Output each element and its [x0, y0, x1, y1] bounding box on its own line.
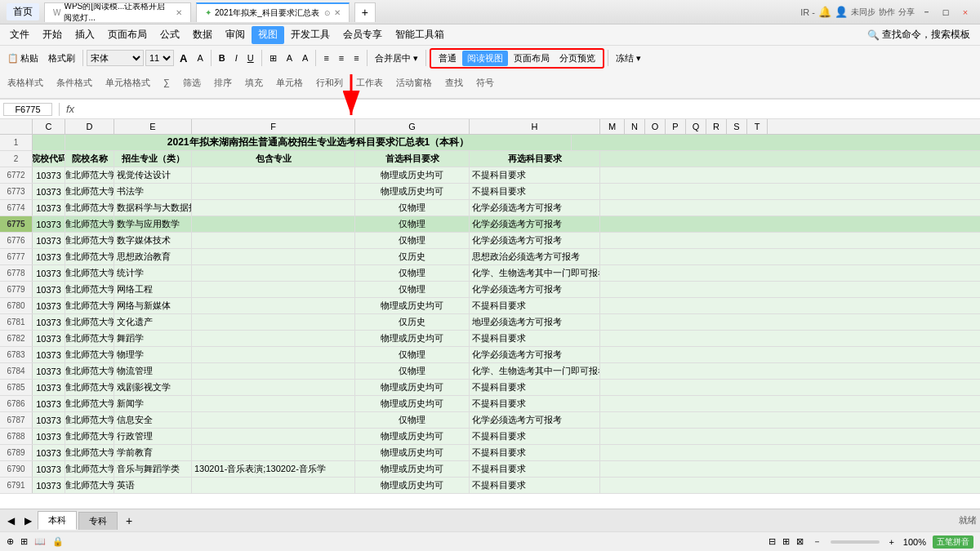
cell-code[interactable]: 10373 — [33, 184, 65, 199]
cell-major[interactable]: 数据科学与大数据技术 — [114, 200, 192, 216]
zoom-in-btn[interactable]: + — [886, 537, 896, 547]
cell-first[interactable]: 物理或历史均可 — [355, 396, 470, 411]
cell-second[interactable]: 化学必须选考方可报考 — [470, 412, 600, 428]
cell-second[interactable]: 化学必须选考方可报考 — [470, 282, 600, 297]
cell-code[interactable]: 10373 — [33, 363, 65, 379]
cell-major[interactable]: 戏剧影视文学 — [114, 380, 192, 395]
menu-insert[interactable]: 插入 — [69, 26, 101, 44]
cell-code[interactable]: 10373 — [33, 200, 65, 216]
cell-major[interactable]: 文化遗产 — [114, 314, 192, 330]
cell-school[interactable]: 淮北师范大学 — [65, 184, 114, 199]
notification-icon[interactable]: 🔔 — [818, 6, 831, 18]
cell-second[interactable]: 地理必须选考方可报考 — [470, 314, 600, 330]
cell-first[interactable]: 物理或历史均可 — [355, 461, 470, 477]
cell-major[interactable]: 新闻学 — [114, 396, 192, 411]
paste-btn[interactable]: 📋 粘贴 — [3, 51, 42, 66]
cell-major[interactable]: 英语 — [114, 478, 192, 493]
cell-major[interactable]: 统计学 — [114, 265, 192, 281]
cell-school[interactable]: 淮北师范大学 — [65, 429, 114, 444]
cell-first[interactable]: 仅历史 — [355, 314, 470, 330]
menu-data[interactable]: 数据 — [186, 26, 219, 44]
cell-code[interactable]: 10373 — [33, 412, 65, 428]
cell-code[interactable]: 10373 — [33, 265, 65, 281]
cell-school[interactable]: 淮北师范大学 — [65, 233, 114, 248]
cell-first[interactable]: 物理或历史均可 — [355, 478, 470, 493]
menu-file[interactable]: 文件 — [3, 26, 36, 44]
data-area[interactable]: 1 2021年拟来湖南招生普通高校招生专业选考科目要求汇总表1（本科） 2 院校… — [0, 135, 980, 509]
cell-school[interactable]: 淮北师范大学 — [65, 282, 114, 297]
maximize-button[interactable]: □ — [938, 4, 954, 20]
menu-dev-tools[interactable]: 开发工具 — [284, 26, 336, 44]
symbol-btn[interactable]: 符号 — [472, 75, 498, 91]
sort-btn[interactable]: 排序 — [210, 75, 236, 91]
cell-first[interactable]: 物理或历史均可 — [355, 298, 470, 313]
page-break-status[interactable]: ⊠ — [796, 536, 804, 547]
font-size-select[interactable]: 11 — [145, 50, 174, 66]
cell-code[interactable]: 10373 — [33, 396, 65, 411]
cell-school[interactable]: 淮北师范大学 — [65, 265, 114, 281]
cell-major[interactable]: 网络工程 — [114, 282, 192, 297]
cell-sub-major[interactable] — [192, 167, 355, 183]
menu-smart-tools[interactable]: 智能工具箱 — [389, 26, 451, 44]
cell-second[interactable]: 不提科目要求 — [470, 461, 600, 477]
sum-btn[interactable]: ∑ — [159, 76, 174, 89]
cell-major[interactable]: 物理学 — [114, 347, 192, 362]
font-color-btn[interactable]: A — [298, 51, 312, 64]
cell-sub-major[interactable] — [192, 282, 355, 297]
cell-sub-major[interactable] — [192, 233, 355, 248]
cell-sub-major[interactable] — [192, 331, 355, 346]
zoom-out-btn[interactable]: － — [810, 535, 824, 548]
cell-sub-major[interactable] — [192, 396, 355, 411]
find-btn[interactable]: 查找 — [441, 75, 467, 91]
menu-review[interactable]: 审阅 — [219, 26, 252, 44]
cell-first[interactable]: 物理或历史均可 — [355, 331, 470, 346]
menu-search[interactable]: 🔍 查找命令，搜索模板 — [861, 26, 977, 44]
cell-school[interactable]: 淮北师范大学 — [65, 200, 114, 216]
cell-second[interactable]: 不提科目要求 — [470, 478, 600, 493]
cell-second[interactable]: 化学必须选考方可报考 — [470, 216, 600, 232]
cell-first[interactable]: 物理或历史均可 — [355, 167, 470, 183]
page-break-btn[interactable]: 分页预览 — [555, 51, 599, 66]
cell-sub-major[interactable]: 130201-音乐表演;130202-音乐学 — [192, 461, 355, 477]
cell-sub-major[interactable] — [192, 347, 355, 362]
cell-school[interactable]: 淮北师范大学 — [65, 216, 114, 232]
cell-sub-major[interactable] — [192, 200, 355, 216]
align-left-btn[interactable]: ≡ — [319, 51, 332, 64]
col-header-g[interactable]: G — [355, 119, 470, 134]
cell-second[interactable]: 不提科目要求 — [470, 445, 600, 460]
col-header-q[interactable]: Q — [686, 119, 706, 134]
cell-school[interactable]: 淮北师范大学 — [65, 249, 114, 264]
cell-second[interactable]: 不提科目要求 — [470, 298, 600, 313]
col-header-f[interactable]: F — [192, 119, 355, 134]
cell-second[interactable]: 思想政治必须选考方可报考 — [470, 249, 600, 264]
page-layout-btn[interactable]: 页面布局 — [510, 51, 554, 66]
cell-major[interactable]: 行政管理 — [114, 429, 192, 444]
cell-code[interactable]: 10373 — [33, 429, 65, 444]
merge-btn[interactable]: 合并居中 ▾ — [371, 51, 422, 66]
worksheet-btn[interactable]: 工作表 — [352, 75, 387, 91]
table-style-btn[interactable]: 表格样式 — [3, 75, 47, 91]
tab-wps[interactable]: W WPS的[阅读模...让表格开启阅览灯... ✕ — [44, 2, 191, 22]
align-right-btn[interactable]: ≡ — [350, 51, 363, 64]
page-layout-status[interactable]: ⊞ — [782, 536, 790, 547]
cell-sub-major[interactable] — [192, 412, 355, 428]
cell-first[interactable]: 仅物理 — [355, 233, 470, 248]
normal-view-btn[interactable]: 普通 — [434, 51, 461, 66]
cell-school[interactable]: 淮北师范大学 — [65, 347, 114, 362]
cell-second[interactable]: 不提科目要求 — [470, 429, 600, 444]
font-select[interactable]: 宋体 — [87, 50, 144, 66]
user-icon[interactable]: 👤 — [835, 6, 848, 18]
cell-first[interactable]: 仅物理 — [355, 363, 470, 379]
cell-sub-major[interactable] — [192, 445, 355, 460]
cell-second[interactable]: 化学、生物选考其中一门即可报考 — [470, 363, 600, 379]
cell-school[interactable]: 淮北师范大学 — [65, 363, 114, 379]
cell-school[interactable]: 淮北师范大学 — [65, 461, 114, 477]
bold-btn[interactable]: B — [215, 51, 229, 64]
menu-formula[interactable]: 公式 — [154, 26, 186, 44]
cell-sub-major[interactable] — [192, 429, 355, 444]
fill-color-btn[interactable]: A — [283, 51, 296, 64]
normal-view-status[interactable]: ⊟ — [768, 536, 776, 547]
col-header-n[interactable]: N — [625, 119, 645, 134]
minimize-button[interactable]: － — [918, 4, 934, 20]
cell-code[interactable]: 10373 — [33, 380, 65, 395]
